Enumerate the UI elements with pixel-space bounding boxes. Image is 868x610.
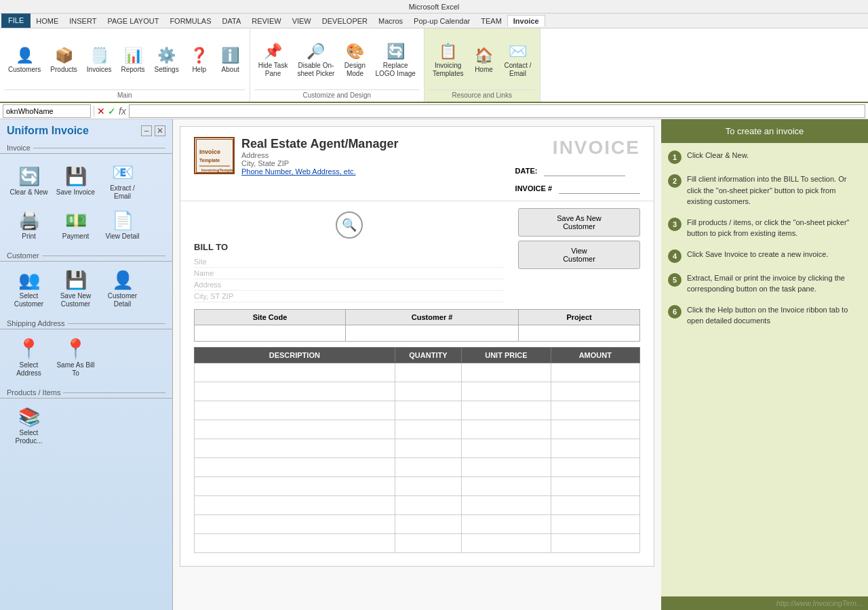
address-field[interactable]: Address bbox=[194, 279, 505, 291]
select-customer-button[interactable]: 👥 SelectCustomer bbox=[7, 267, 51, 311]
qty-cell[interactable] bbox=[395, 401, 462, 420]
confirm-icon[interactable]: ✓ bbox=[108, 106, 116, 117]
qty-cell[interactable] bbox=[395, 534, 462, 553]
about-button[interactable]: ℹ️ About bbox=[216, 44, 245, 77]
desc-cell[interactable] bbox=[195, 496, 395, 515]
customers-button[interactable]: 👤 Customers bbox=[4, 44, 45, 77]
menu-formulas[interactable]: FORMULAS bbox=[164, 16, 216, 26]
amt-cell[interactable] bbox=[551, 401, 639, 420]
save-as-new-customer-button[interactable]: Save As New Customer bbox=[518, 208, 640, 237]
desc-cell[interactable] bbox=[195, 382, 395, 401]
menu-invoice[interactable]: Invoice bbox=[507, 15, 545, 26]
menu-popup-calendar[interactable]: Pop-up Calendar bbox=[408, 16, 475, 26]
menu-review[interactable]: REVIEW bbox=[246, 16, 286, 26]
minimize-pane-button[interactable]: – bbox=[141, 125, 152, 136]
menu-view[interactable]: VIEW bbox=[287, 16, 317, 26]
site-code-cell[interactable] bbox=[195, 325, 346, 342]
amt-cell[interactable] bbox=[551, 477, 639, 496]
price-cell[interactable] bbox=[462, 496, 551, 515]
price-cell[interactable] bbox=[462, 382, 551, 401]
amt-cell[interactable] bbox=[551, 534, 639, 553]
hide-task-pane-button[interactable]: 📌 Hide TaskPane bbox=[254, 40, 292, 81]
amt-cell[interactable] bbox=[551, 439, 639, 458]
desc-cell[interactable] bbox=[195, 363, 395, 382]
amt-cell[interactable] bbox=[551, 496, 639, 515]
save-new-customer-button[interactable]: 💾 Save NewCustomer bbox=[54, 267, 98, 311]
desc-cell[interactable] bbox=[195, 420, 395, 439]
reports-button[interactable]: 📊 Reports bbox=[117, 44, 149, 77]
help-button[interactable]: ❓ Help bbox=[184, 44, 214, 77]
customer-detail-button[interactable]: 👤 CustomerDetail bbox=[100, 267, 144, 311]
cancel-icon[interactable]: ✕ bbox=[97, 106, 105, 117]
contact-email-button[interactable]: ✉️ Contact /Email bbox=[500, 40, 535, 81]
desc-cell[interactable] bbox=[195, 401, 395, 420]
qty-cell[interactable] bbox=[395, 420, 462, 439]
desc-cell[interactable] bbox=[195, 458, 395, 477]
price-cell[interactable] bbox=[462, 534, 551, 553]
date-value[interactable] bbox=[544, 165, 625, 176]
same-as-bill-button[interactable]: 📍 Same As BillTo bbox=[54, 335, 98, 380]
desc-cell[interactable] bbox=[195, 477, 395, 496]
qty-cell[interactable] bbox=[395, 363, 462, 382]
price-cell[interactable] bbox=[462, 477, 551, 496]
name-box[interactable] bbox=[3, 104, 91, 118]
desc-cell[interactable] bbox=[195, 534, 395, 553]
amt-cell[interactable] bbox=[551, 382, 639, 401]
project-cell[interactable] bbox=[519, 325, 640, 342]
fx-icon[interactable]: fx bbox=[119, 106, 126, 117]
extract-email-button[interactable]: 📧 Extract /Email bbox=[100, 159, 144, 203]
search-picker-button[interactable]: 🔍 bbox=[336, 211, 363, 239]
formula-input[interactable] bbox=[129, 104, 865, 118]
home-link-button[interactable]: 🏠 Home bbox=[469, 44, 498, 77]
city-field[interactable]: City, ST ZIP bbox=[194, 291, 505, 302]
qty-cell[interactable] bbox=[395, 515, 462, 534]
invoices-button[interactable]: 🗒️ Invoices bbox=[83, 44, 116, 77]
design-mode-button[interactable]: 🎨 DesignMode bbox=[340, 40, 370, 81]
qty-cell[interactable] bbox=[395, 458, 462, 477]
qty-cell[interactable] bbox=[395, 382, 462, 401]
price-cell[interactable] bbox=[462, 420, 551, 439]
select-product-button[interactable]: 📚 SelectProduc... bbox=[7, 404, 51, 448]
qty-cell[interactable] bbox=[395, 496, 462, 515]
on-sheet-picker-button[interactable]: 🔎 Disable On-sheet Picker bbox=[293, 40, 338, 81]
menu-developer[interactable]: DEVELOPER bbox=[317, 16, 373, 26]
qty-header: QUANTITY bbox=[395, 348, 462, 363]
products-button[interactable]: 📦 Products bbox=[46, 44, 81, 77]
site-field[interactable]: Site bbox=[194, 256, 505, 268]
amt-cell[interactable] bbox=[551, 515, 639, 534]
price-cell[interactable] bbox=[462, 401, 551, 420]
menu-page-layout[interactable]: PAGE LAYOUT bbox=[102, 16, 164, 26]
select-address-button[interactable]: 📍 SelectAddress bbox=[7, 335, 51, 380]
name-field[interactable]: Name bbox=[194, 268, 505, 279]
menu-file[interactable]: FILE bbox=[1, 14, 31, 28]
price-cell[interactable] bbox=[462, 363, 551, 382]
menu-home[interactable]: HOME bbox=[31, 16, 64, 26]
menu-insert[interactable]: INSERT bbox=[64, 16, 102, 26]
select-product-label: SelectProduc... bbox=[15, 429, 42, 445]
qty-cell[interactable] bbox=[395, 439, 462, 458]
price-cell[interactable] bbox=[462, 439, 551, 458]
print-button[interactable]: 🖨️ Print bbox=[7, 207, 51, 243]
settings-button[interactable]: ⚙️ Settings bbox=[151, 44, 183, 77]
invoicing-templates-button[interactable]: 📋 InvoicingTemplates bbox=[429, 40, 468, 81]
menu-data[interactable]: DATA bbox=[217, 16, 247, 26]
price-cell[interactable] bbox=[462, 458, 551, 477]
desc-cell[interactable] bbox=[195, 439, 395, 458]
save-invoice-button[interactable]: 💾 Save Invoice bbox=[54, 159, 98, 203]
qty-cell[interactable] bbox=[395, 477, 462, 496]
view-customer-button[interactable]: View Customer bbox=[518, 241, 640, 269]
invoice-num-value[interactable] bbox=[559, 183, 640, 194]
replace-logo-button[interactable]: 🔄 ReplaceLOGO Image bbox=[371, 40, 419, 81]
amt-cell[interactable] bbox=[551, 420, 639, 439]
customer-num-cell[interactable] bbox=[345, 325, 518, 342]
view-detail-button[interactable]: 📄 View Detail bbox=[100, 207, 144, 243]
amt-cell[interactable] bbox=[551, 363, 639, 382]
menu-team[interactable]: TEAM bbox=[475, 16, 507, 26]
close-pane-button[interactable]: ✕ bbox=[155, 125, 165, 136]
payment-button[interactable]: 💵 Payment bbox=[54, 207, 98, 243]
amt-cell[interactable] bbox=[551, 458, 639, 477]
menu-macros[interactable]: Macros bbox=[373, 16, 408, 26]
desc-cell[interactable] bbox=[195, 515, 395, 534]
price-cell[interactable] bbox=[462, 515, 551, 534]
clear-new-button[interactable]: 🔄 Clear & New bbox=[7, 159, 51, 203]
